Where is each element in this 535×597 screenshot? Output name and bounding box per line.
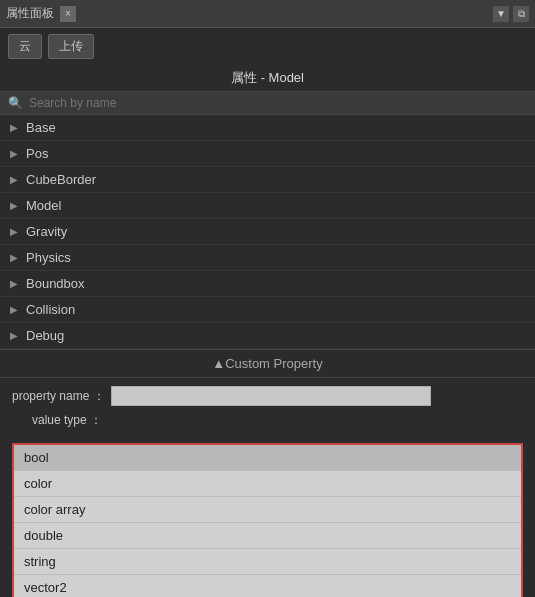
prop-label: Physics	[26, 250, 71, 265]
cloud-button[interactable]: 云	[8, 34, 42, 59]
title-bar-left: 属性面板 ×	[6, 5, 76, 22]
property-list: ▶ Base ▶ Pos ▶ CubeBorder ▶ Model ▶ Grav…	[0, 115, 535, 349]
arrow-icon: ▶	[10, 148, 18, 159]
prop-label: Model	[26, 198, 61, 213]
prop-label: Gravity	[26, 224, 67, 239]
prop-label: Pos	[26, 146, 48, 161]
arrow-icon: ▶	[10, 174, 18, 185]
title-bar-right: ▼ ⧉	[493, 6, 529, 22]
pin-button[interactable]: ⧉	[513, 6, 529, 22]
title-bar: 属性面板 × ▼ ⧉	[0, 0, 535, 28]
arrow-icon: ▶	[10, 252, 18, 263]
prop-item-gravity[interactable]: ▶ Gravity	[0, 219, 535, 245]
dropdown-arrow-button[interactable]: ▼	[493, 6, 509, 22]
value-type-label: value type ：	[12, 412, 102, 429]
value-type-row: value type ：	[12, 412, 523, 429]
search-bar: 🔍	[0, 92, 535, 115]
dropdown-option-color[interactable]: color	[14, 471, 521, 497]
dropdown-option-string[interactable]: string	[14, 549, 521, 575]
prop-item-base[interactable]: ▶ Base	[0, 115, 535, 141]
arrow-icon: ▶	[10, 304, 18, 315]
prop-label: Collision	[26, 302, 75, 317]
prop-item-physics[interactable]: ▶ Physics	[0, 245, 535, 271]
search-input[interactable]	[29, 96, 527, 110]
property-name-row: property name ：	[12, 386, 523, 406]
prop-item-pos[interactable]: ▶ Pos	[0, 141, 535, 167]
arrow-icon: ▶	[10, 226, 18, 237]
custom-property-header[interactable]: ▲Custom Property	[0, 349, 535, 378]
property-name-label: property name ：	[12, 388, 105, 405]
property-form: property name ： value type ：	[0, 378, 535, 443]
search-icon: 🔍	[8, 96, 23, 110]
panel-title-tab: 属性面板	[6, 5, 54, 22]
prop-label: CubeBorder	[26, 172, 96, 187]
arrow-icon: ▶	[10, 278, 18, 289]
arrow-icon: ▶	[10, 330, 18, 341]
prop-label: Base	[26, 120, 56, 135]
dropdown-option-bool[interactable]: bool	[14, 445, 521, 471]
arrow-icon: ▶	[10, 122, 18, 133]
toolbar: 云 上传	[0, 28, 535, 65]
prop-item-cubeborder[interactable]: ▶ CubeBorder	[0, 167, 535, 193]
prop-item-collision[interactable]: ▶ Collision	[0, 297, 535, 323]
property-name-input[interactable]	[111, 386, 431, 406]
dropdown-option-double[interactable]: double	[14, 523, 521, 549]
prop-item-model[interactable]: ▶ Model	[0, 193, 535, 219]
prop-label: Debug	[26, 328, 64, 343]
close-button[interactable]: ×	[60, 6, 76, 22]
arrow-icon: ▶	[10, 200, 18, 211]
prop-item-boundbox[interactable]: ▶ Boundbox	[0, 271, 535, 297]
prop-item-debug[interactable]: ▶ Debug	[0, 323, 535, 349]
dropdown-option-vector2[interactable]: vector2	[14, 575, 521, 597]
upload-button[interactable]: 上传	[48, 34, 94, 59]
panel-main-title: 属性 - Model	[0, 65, 535, 92]
prop-label: Boundbox	[26, 276, 85, 291]
dropdown-option-color-array[interactable]: color array	[14, 497, 521, 523]
value-type-dropdown[interactable]: bool color color array double string vec…	[12, 443, 523, 597]
